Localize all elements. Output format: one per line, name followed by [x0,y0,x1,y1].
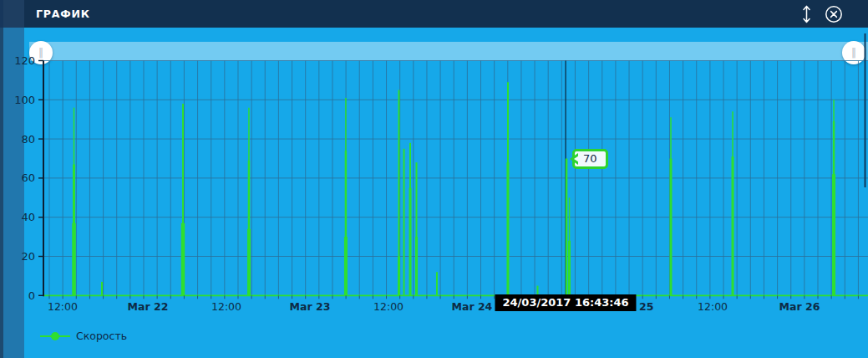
legend-dot [51,332,59,340]
svg-text:Mar 24: Mar 24 [452,300,493,313]
titlebar-corner-edge [0,0,3,28]
datetime-tooltip: 24/03/2017 16:43:46 [495,294,637,311]
titlebar-icons [801,0,843,28]
point-value-label: 70 [583,152,597,165]
svg-text:60: 60 [21,171,35,184]
y-axis-ticks-labels: 020406080100120 [14,54,43,302]
datetime-label: 24/03/2017 16:43:46 [503,296,629,309]
series-marker-icon [40,331,70,340]
close-icon[interactable] [825,5,843,23]
svg-text:12:00: 12:00 [211,300,241,313]
titlebar: ГРАФИК [0,0,868,28]
resize-vertical-icon[interactable] [801,5,812,23]
svg-text:Mar 22: Mar 22 [128,300,169,313]
chart-window: ГРАФИК ‖ ‖ 02040608010012012:00Mar 2212:… [0,0,868,358]
svg-text:12:00: 12:00 [698,300,728,313]
svg-text:0: 0 [28,289,35,302]
legend-label: Скорость [76,330,127,342]
svg-text:40: 40 [21,211,35,223]
titlebar-corner [0,0,24,28]
x-axis-ticks-labels: 12:00Mar 2212:00Mar 2312:00Mar 2412:00Ma… [48,295,858,313]
svg-text:120: 120 [14,54,35,67]
gridlines [43,61,868,296]
svg-text:12:00: 12:00 [373,300,404,313]
speed-series [43,82,868,295]
svg-text:Mar 26: Mar 26 [779,300,820,313]
svg-text:12:00: 12:00 [48,300,78,313]
window-title: ГРАФИК [36,8,90,20]
svg-text:100: 100 [14,94,35,106]
legend[interactable]: Скорость [40,330,127,342]
svg-text:Mar 23: Mar 23 [290,300,331,313]
svg-text:20: 20 [21,250,35,263]
svg-text:80: 80 [21,133,35,146]
point-value-tooltip: 70 [572,149,608,169]
speed-chart-plot[interactable]: 02040608010012012:00Mar 2212:00Mar 2312:… [0,0,868,358]
